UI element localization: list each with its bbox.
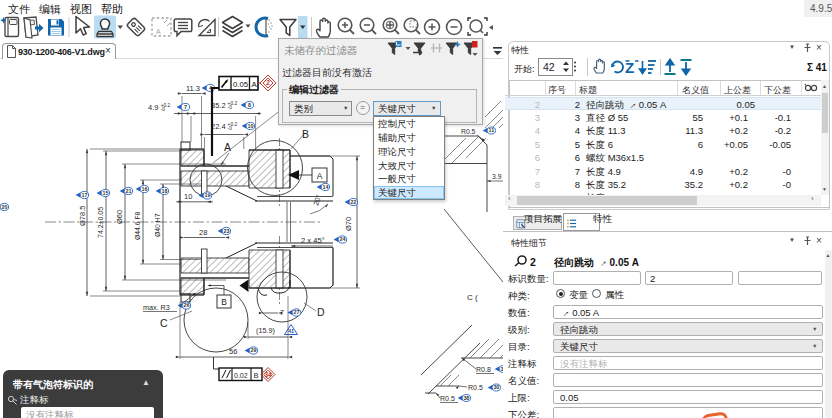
svg-text:16: 16 xyxy=(141,186,147,192)
svg-text:3.9: 3.9 xyxy=(492,173,502,180)
svg-text:22.4: 22.4 xyxy=(211,122,226,131)
svg-text:C: C xyxy=(160,317,168,329)
svg-text:Ø70: Ø70 xyxy=(344,217,353,231)
svg-text:Ø40 H7: Ø40 H7 xyxy=(154,213,161,237)
svg-text:30: 30 xyxy=(493,384,499,390)
svg-text:-0: -0 xyxy=(228,105,233,110)
svg-text:22: 22 xyxy=(350,199,356,205)
svg-text:11.3: 11.3 xyxy=(186,84,200,93)
svg-text:20°: 20° xyxy=(311,193,323,206)
svg-text:B: B xyxy=(254,371,259,380)
svg-text:15: 15 xyxy=(102,190,108,196)
svg-text:27: 27 xyxy=(293,309,299,315)
svg-text:A: A xyxy=(156,28,161,35)
svg-text:B: B xyxy=(221,297,227,307)
svg-text:7: 7 xyxy=(280,308,284,317)
svg-text:38: 38 xyxy=(463,395,469,401)
svg-text:A: A xyxy=(317,171,323,181)
svg-text:17: 17 xyxy=(81,192,87,198)
svg-text:56: 56 xyxy=(229,347,237,356)
svg-text:A: A xyxy=(224,141,231,153)
svg-text:max. R3: max. R3 xyxy=(143,303,170,312)
svg-text:41: 41 xyxy=(288,328,294,334)
svg-text:24: 24 xyxy=(339,236,345,242)
svg-text:R0.5: R0.5 xyxy=(461,128,476,135)
svg-text:23: 23 xyxy=(223,228,229,234)
svg-text:20: 20 xyxy=(1,204,7,210)
svg-text:18: 18 xyxy=(161,188,167,194)
svg-text:2 x 45°: 2 x 45° xyxy=(301,236,325,245)
svg-text:R0.5: R0.5 xyxy=(440,395,455,402)
svg-text:19: 19 xyxy=(204,192,210,198)
svg-text:4.9: 4.9 xyxy=(148,103,158,112)
svg-text:-0: -0 xyxy=(161,107,166,112)
svg-text:0.02: 0.02 xyxy=(234,372,248,379)
svg-text:10: 10 xyxy=(247,123,253,129)
svg-text:29: 29 xyxy=(250,347,256,353)
svg-text:14: 14 xyxy=(322,184,328,190)
svg-text:10: 10 xyxy=(184,192,192,201)
svg-text:(15.9): (15.9) xyxy=(256,326,275,335)
svg-text:26: 26 xyxy=(183,302,189,308)
svg-text:Ø44.6 F8: Ø44.6 F8 xyxy=(134,211,141,240)
svg-text:Ø78.5: Ø78.5 xyxy=(78,206,87,226)
svg-text:11: 11 xyxy=(489,127,495,133)
svg-text:Ø60: Ø60 xyxy=(115,210,124,224)
svg-text:-0: -0 xyxy=(228,126,233,131)
svg-text:7: 7 xyxy=(184,104,187,110)
svg-text:74.2±0.05: 74.2±0.05 xyxy=(97,207,104,238)
svg-text:35.2: 35.2 xyxy=(211,101,226,110)
svg-text:8: 8 xyxy=(248,102,251,108)
svg-text:R0.8: R0.8 xyxy=(476,366,491,373)
svg-text:28: 28 xyxy=(199,228,207,237)
svg-text:D: D xyxy=(317,306,325,318)
svg-text:2: 2 xyxy=(266,79,270,86)
svg-text:B: B xyxy=(302,128,309,140)
svg-text:0.05: 0.05 xyxy=(233,80,249,89)
svg-text:R0.5: R0.5 xyxy=(468,384,483,391)
svg-text:21: 21 xyxy=(125,188,131,194)
svg-text:A: A xyxy=(252,80,258,89)
svg-text:34: 34 xyxy=(264,371,272,378)
svg-text:C (: C ( xyxy=(467,293,478,302)
